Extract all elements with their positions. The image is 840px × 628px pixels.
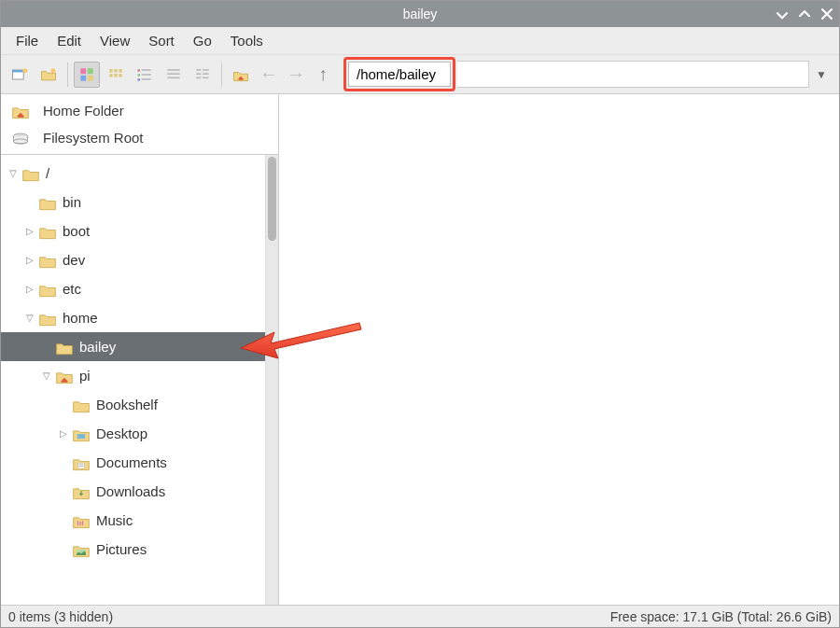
view-icons-button[interactable]	[74, 62, 100, 88]
new-tab-button[interactable]	[7, 62, 33, 88]
menu-tools[interactable]: Tools	[223, 29, 271, 52]
expander-icon[interactable]: ▽	[40, 370, 53, 381]
svg-rect-4	[80, 68, 86, 74]
svg-rect-6	[80, 75, 86, 80]
svg-rect-12	[114, 74, 117, 77]
tree-item-pictures[interactable]: Pictures	[1, 535, 265, 564]
tree-item-music[interactable]: Music	[1, 506, 265, 535]
svg-point-2	[22, 68, 27, 73]
svg-rect-15	[142, 69, 151, 71]
nav-forward-button[interactable]: →	[284, 63, 308, 85]
menu-sort[interactable]: Sort	[141, 29, 182, 52]
tree-item-bailey[interactable]: bailey	[1, 332, 265, 361]
tree-item-desktop[interactable]: ▷ Desktop	[1, 419, 265, 448]
place-label: Home Folder	[43, 103, 124, 119]
path-input-extension[interactable]	[457, 61, 809, 88]
home-folder-icon	[55, 369, 74, 384]
home-button[interactable]	[228, 62, 254, 88]
pictures-folder-icon	[72, 542, 91, 557]
expander-icon[interactable]: ▷	[23, 226, 36, 236]
svg-rect-25	[196, 73, 201, 75]
svg-rect-26	[203, 73, 209, 75]
menubar: File Edit View Sort Go Tools	[1, 27, 839, 55]
tree-label: /	[46, 165, 49, 181]
window-close-icon[interactable]	[820, 7, 833, 21]
tree-item-dev[interactable]: ▷ dev	[1, 245, 265, 274]
scrollbar-thumb[interactable]	[268, 157, 276, 241]
tree-item-documents[interactable]: Documents	[1, 448, 265, 477]
expander-icon[interactable]: ▷	[23, 284, 36, 294]
place-filesystem-root[interactable]: Filesystem Root	[4, 124, 275, 151]
path-highlight-annotation	[343, 57, 455, 91]
expander-icon[interactable]: ▽	[7, 168, 20, 178]
svg-rect-27	[196, 77, 201, 78]
svg-rect-18	[138, 78, 141, 81]
view-thumb-button[interactable]	[132, 62, 158, 88]
documents-folder-icon	[72, 455, 91, 470]
folder-tree[interactable]: ▽ / bin ▷ boot ▷ dev	[1, 155, 265, 605]
tree-label: Desktop	[96, 426, 147, 441]
expander-icon[interactable]: ▷	[57, 428, 70, 439]
new-folder-button[interactable]	[35, 62, 62, 88]
places-list: Home Folder Filesystem Root	[1, 94, 278, 155]
folder-icon	[38, 282, 57, 297]
tree-scrollbar[interactable]	[265, 155, 278, 605]
view-list-button[interactable]	[161, 62, 187, 88]
tree-label: pi	[79, 368, 91, 384]
side-panel: Home Folder Filesystem Root ▽ /	[1, 94, 279, 605]
menu-edit[interactable]: Edit	[49, 29, 89, 52]
menu-view[interactable]: View	[92, 29, 137, 52]
path-dropdown-icon[interactable]: ▼	[809, 68, 833, 81]
folder-icon	[38, 195, 57, 210]
tree-label: Downloads	[96, 483, 165, 499]
nav-up-button[interactable]: ↑	[311, 63, 335, 85]
tree-item-boot[interactable]: ▷ boot	[1, 216, 265, 245]
place-label: Filesystem Root	[43, 130, 144, 146]
svg-rect-11	[109, 74, 112, 77]
window-maximize-icon[interactable]	[798, 7, 811, 21]
window-titlebar: bailey	[1, 1, 839, 27]
view-detailed-button[interactable]	[189, 62, 216, 88]
tree-item-bookshelf[interactable]: Bookshelf	[1, 390, 265, 419]
downloads-folder-icon	[72, 484, 91, 499]
svg-rect-1	[13, 70, 24, 73]
svg-rect-35	[77, 521, 78, 525]
home-folder-icon	[11, 104, 30, 119]
expander-icon[interactable]: ▽	[23, 313, 36, 323]
desktop-folder-icon	[72, 426, 91, 441]
menu-file[interactable]: File	[8, 29, 46, 52]
toolbar: ← → ↑ ▼	[1, 55, 839, 94]
window-minimize-icon[interactable]	[776, 7, 789, 21]
place-home-folder[interactable]: Home Folder	[4, 97, 275, 124]
svg-rect-13	[119, 74, 121, 77]
expander-icon[interactable]: ▷	[23, 255, 36, 265]
tree-label: Bookshelf	[96, 397, 158, 412]
folder-icon	[72, 398, 91, 412]
tree-item-etc[interactable]: ▷ etc	[1, 274, 265, 303]
svg-rect-23	[196, 69, 201, 71]
status-free-space: Free space: 17.1 GiB (Total: 26.6 GiB)	[610, 609, 832, 624]
tree-label: Music	[96, 512, 133, 528]
tree-label: home	[63, 310, 98, 326]
tree-item-root[interactable]: ▽ /	[1, 159, 265, 188]
tree-item-downloads[interactable]: Downloads	[1, 477, 265, 506]
tree-item-bin[interactable]: bin	[1, 188, 265, 216]
content-area[interactable]	[279, 94, 839, 605]
folder-icon	[38, 224, 57, 239]
view-compact-button[interactable]	[103, 62, 129, 88]
tree-label: etc	[63, 281, 81, 297]
svg-rect-37	[82, 521, 83, 525]
tree-item-home[interactable]: ▽ home	[1, 303, 265, 332]
music-folder-icon	[72, 513, 91, 528]
tree-label: boot	[63, 223, 90, 239]
tree-item-pi[interactable]: ▽ pi	[1, 361, 265, 390]
nav-back-button[interactable]: ←	[257, 63, 281, 85]
svg-rect-17	[142, 74, 151, 76]
svg-rect-20	[167, 69, 179, 71]
window-title: bailey	[1, 7, 839, 21]
path-input[interactable]	[348, 62, 451, 87]
folder-icon	[38, 311, 57, 326]
svg-point-3	[51, 68, 56, 73]
svg-rect-16	[138, 74, 141, 77]
menu-go[interactable]: Go	[186, 29, 219, 52]
